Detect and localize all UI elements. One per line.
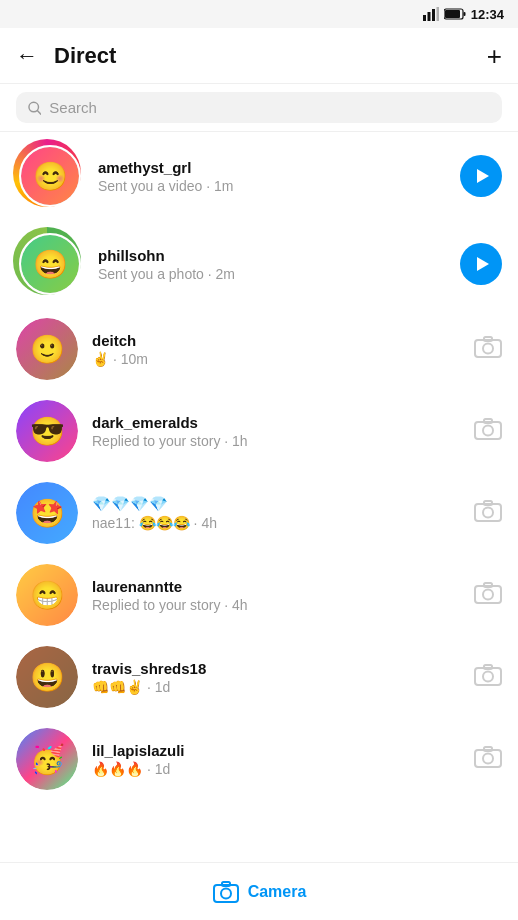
battery-icon — [444, 8, 466, 20]
status-time: 12:34 — [471, 7, 504, 22]
camera-label: Camera — [248, 883, 307, 901]
camera-icon — [474, 335, 502, 363]
back-button[interactable]: ← — [16, 43, 38, 69]
svg-rect-1 — [427, 12, 430, 21]
list-item[interactable]: 🥳 lil_lapislazuli 🔥🔥🔥 · 1d — [0, 718, 518, 800]
username: dark_emeralds — [92, 414, 460, 431]
svg-rect-6 — [445, 10, 460, 18]
username: phillsohn — [98, 247, 446, 264]
avatar: 🤩 — [16, 482, 78, 544]
camera-icon — [474, 745, 502, 773]
username: amethyst_grl — [98, 159, 446, 176]
camera-icon — [474, 417, 502, 445]
camera-icon — [474, 581, 502, 609]
svg-rect-3 — [436, 7, 439, 21]
list-item[interactable]: 🤩 💎💎💎💎 nae11: 😂😂😂 · 4h — [0, 472, 518, 554]
play-button[interactable] — [460, 243, 502, 285]
conversation-list: 😊 amethyst_grl Sent you a video · 1m 😄 — [0, 132, 518, 800]
list-item[interactable]: 🙂 deitch ✌ · 10m — [0, 308, 518, 390]
new-message-button[interactable]: + — [487, 43, 502, 69]
header: ← Direct + — [0, 28, 518, 84]
camera-icon — [474, 663, 502, 691]
last-message: Replied to your story · 4h — [92, 597, 460, 613]
conversation-text: phillsohn Sent you a photo · 2m — [98, 247, 446, 282]
avatar: 🥳 — [16, 728, 78, 790]
avatar: 😎 — [16, 400, 78, 462]
last-message: 🔥🔥🔥 · 1d — [92, 761, 460, 777]
page-title: Direct — [54, 43, 116, 69]
signal-icon — [423, 7, 439, 21]
svg-rect-5 — [463, 12, 465, 16]
last-message: Replied to your story · 1h — [92, 433, 460, 449]
list-item[interactable]: 😃 travis_shreds18 👊👊✌ · 1d — [0, 636, 518, 718]
status-bar: 12:34 — [0, 0, 518, 28]
list-item[interactable]: 😊 amethyst_grl Sent you a video · 1m — [0, 132, 518, 220]
last-message: Sent you a video · 1m — [98, 178, 446, 194]
svg-rect-0 — [423, 15, 426, 21]
username: lil_lapislazuli — [92, 742, 460, 759]
svg-point-22 — [483, 672, 493, 682]
play-button[interactable] — [460, 155, 502, 197]
svg-point-10 — [483, 344, 493, 354]
svg-line-8 — [38, 110, 41, 113]
list-item[interactable]: 😄 phillsohn Sent you a photo · 2m — [0, 220, 518, 308]
avatar: 😁 — [16, 564, 78, 626]
svg-point-13 — [483, 426, 493, 436]
conversation-text: travis_shreds18 👊👊✌ · 1d — [92, 660, 460, 695]
username: 💎💎💎💎 — [92, 495, 460, 513]
bottom-nav: Camera — [0, 862, 518, 920]
list-item[interactable]: 😁 laurenanntte Replied to your story · 4… — [0, 554, 518, 636]
last-message: nae11: 😂😂😂 · 4h — [92, 515, 460, 531]
svg-point-19 — [483, 590, 493, 600]
last-message: 👊👊✌ · 1d — [92, 679, 460, 695]
conversation-text: deitch ✌ · 10m — [92, 332, 460, 367]
avatar: 😊 — [16, 142, 84, 210]
svg-rect-2 — [432, 9, 435, 21]
camera-icon — [474, 499, 502, 527]
conversation-text: 💎💎💎💎 nae11: 😂😂😂 · 4h — [92, 495, 460, 531]
last-message: ✌ · 10m — [92, 351, 460, 367]
search-wrapper — [16, 92, 502, 123]
avatar: 😄 — [16, 230, 84, 298]
status-icons: 12:34 — [423, 7, 504, 22]
svg-point-16 — [483, 508, 493, 518]
username: deitch — [92, 332, 460, 349]
avatar: 😃 — [16, 646, 78, 708]
svg-point-25 — [483, 754, 493, 764]
avatar: 🙂 — [16, 318, 78, 380]
conversation-text: dark_emeralds Replied to your story · 1h — [92, 414, 460, 449]
svg-point-28 — [221, 888, 231, 898]
header-left: ← Direct — [16, 43, 116, 69]
conversation-text: laurenanntte Replied to your story · 4h — [92, 578, 460, 613]
search-input[interactable] — [49, 99, 490, 116]
camera-button[interactable]: Camera — [212, 878, 307, 906]
username: travis_shreds18 — [92, 660, 460, 677]
last-message: Sent you a photo · 2m — [98, 266, 446, 282]
conversation-text: lil_lapislazuli 🔥🔥🔥 · 1d — [92, 742, 460, 777]
list-item[interactable]: 😎 dark_emeralds Replied to your story · … — [0, 390, 518, 472]
username: laurenanntte — [92, 578, 460, 595]
conversation-text: amethyst_grl Sent you a video · 1m — [98, 159, 446, 194]
search-container — [0, 84, 518, 132]
search-icon — [28, 101, 41, 115]
camera-btn-icon — [212, 878, 240, 906]
